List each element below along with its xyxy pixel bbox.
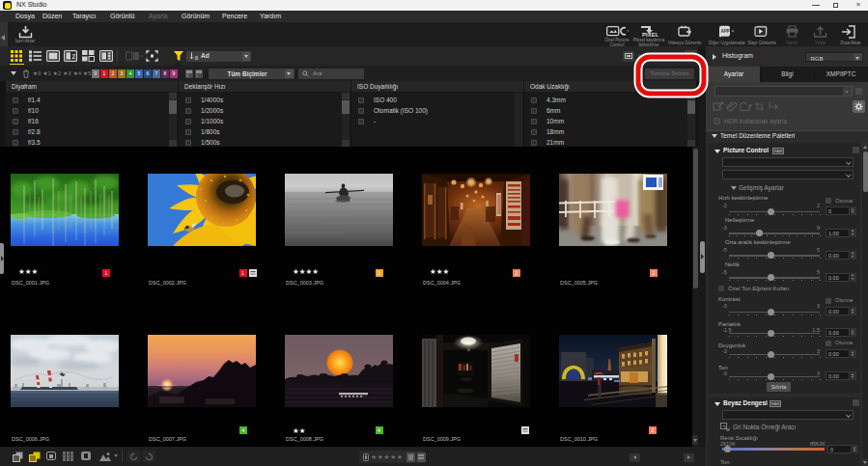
svg-text:APP: APP — [720, 29, 729, 34]
svg-text:2: 2 — [71, 53, 75, 60]
svg-text:a: a — [195, 54, 199, 61]
